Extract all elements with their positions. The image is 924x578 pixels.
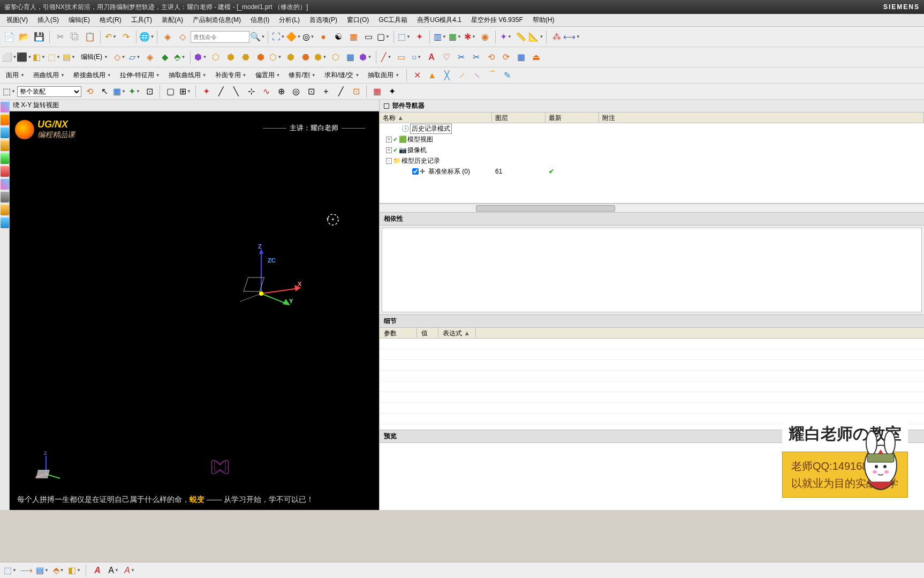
labeled-tool-4[interactable]: 抽取曲线用 ▼ <box>165 70 210 81</box>
curve-tool-2[interactable]: ╳ <box>440 69 454 82</box>
exit-button[interactable]: ⏏ <box>529 50 543 64</box>
tool-button[interactable]: ✂ <box>469 50 483 64</box>
redo-button[interactable]: ↷ <box>119 30 133 44</box>
tool-button[interactable]: ⊕ <box>274 85 288 99</box>
menu-3[interactable]: 格式(R) <box>95 14 126 26</box>
tool-button[interactable]: ▢ <box>163 85 177 99</box>
layer-button[interactable]: ▦ <box>346 30 360 44</box>
tool-button[interactable]: ▦▼ <box>112 85 126 99</box>
tool-button[interactable]: ↖ <box>97 85 111 99</box>
menu-5[interactable]: 装配(A) <box>157 14 187 26</box>
column-name[interactable]: 名称 ▲ <box>380 112 492 123</box>
revolve-button[interactable]: ◧▼ <box>32 50 46 64</box>
expander-icon[interactable]: - <box>386 158 392 164</box>
tool-button[interactable]: ✦ <box>385 85 399 99</box>
paste-button[interactable]: 📋 <box>83 30 97 44</box>
tool-button[interactable]: ╱ <box>334 85 348 99</box>
rect-button[interactable]: ▭ <box>395 50 408 64</box>
tool-button[interactable]: ◈ <box>161 30 175 44</box>
status-tool[interactable]: ▤▼ <box>35 564 49 577</box>
point-button[interactable]: ✦ <box>199 85 213 99</box>
command-search-input[interactable] <box>191 31 249 43</box>
curve-tool-1[interactable]: ▲ <box>425 69 439 82</box>
unite-button[interactable]: ⬢▼ <box>194 50 208 64</box>
menu-12[interactable]: 燕秀UG模具4.1 <box>413 14 466 26</box>
menu-1[interactable]: 插入(S) <box>33 14 63 26</box>
labeled-tool-0[interactable]: 面用 ▼ <box>2 70 28 81</box>
labeled-tool-7[interactable]: 修剪/割 ▼ <box>285 70 319 81</box>
tool-button[interactable]: ⊡ <box>349 85 363 99</box>
tool-button[interactable]: ⬢▼ <box>359 50 373 64</box>
curve-tool-0[interactable]: ✕ <box>410 69 424 82</box>
labeled-tool-2[interactable]: 桥接曲线用 ▼ <box>70 70 115 81</box>
curve-tool-5[interactable]: ⌒ <box>485 69 499 82</box>
tool-button[interactable]: + <box>319 85 333 99</box>
tool-button[interactable]: ✦▼ <box>499 30 513 44</box>
circle-button[interactable]: ○▼ <box>410 50 423 64</box>
intersect-button[interactable]: ⬢ <box>224 50 238 64</box>
col-expr[interactable]: 表达式 ▲ <box>438 328 476 338</box>
tool-button[interactable]: ▦▼ <box>448 30 462 44</box>
menu-10[interactable]: 窗口(O) <box>343 14 373 26</box>
menu-4[interactable]: 工具(T) <box>127 14 156 26</box>
subtract-button[interactable]: ⬡ <box>209 50 223 64</box>
measure-button[interactable]: 📏 <box>514 30 528 44</box>
menu-11[interactable]: GC工具箱 <box>374 14 412 26</box>
tool-button[interactable]: ◎ <box>289 85 303 99</box>
plane-button[interactable]: ▱▼ <box>128 50 142 64</box>
expander-icon[interactable]: + <box>386 137 392 142</box>
clip-button[interactable]: ▢▼ <box>376 30 390 44</box>
tool-button[interactable]: ✦▼ <box>127 85 141 99</box>
fit-view-button[interactable]: ⛶▼ <box>271 30 285 44</box>
curve-tool-3[interactable]: ⟋ <box>455 69 469 82</box>
tool-button[interactable]: ⊹ <box>244 85 258 99</box>
copy-button[interactable]: ⿻ <box>68 30 82 44</box>
labeled-tool-8[interactable]: 求和/缝/交 ▼ <box>321 70 363 81</box>
datum-button[interactable]: ◇▼ <box>113 50 127 64</box>
tool-button[interactable]: ⊡ <box>304 85 318 99</box>
edit-menu-button[interactable]: 编辑(E)▼ <box>77 50 112 64</box>
line-button[interactable]: ╱▼ <box>380 50 393 64</box>
menu-9[interactable]: 首选项(P) <box>305 14 342 26</box>
extrude-button[interactable]: ⬛▼ <box>17 50 31 64</box>
row-checkbox[interactable] <box>412 168 419 175</box>
tool-button[interactable]: ◆ <box>158 50 172 64</box>
undo-button[interactable]: ↶▼ <box>104 30 118 44</box>
save-button[interactable]: 💾 <box>32 30 46 44</box>
tool-button[interactable]: ◈ <box>143 50 157 64</box>
tool-button[interactable]: ⬘▼ <box>173 50 187 64</box>
tool-button[interactable]: ⬣ <box>299 50 313 64</box>
scissors-icon[interactable]: ✂ <box>455 50 468 64</box>
tool-button[interactable]: ▦ <box>344 50 358 64</box>
menu-7[interactable]: 信息(I) <box>246 14 274 26</box>
text-style-button[interactable]: A <box>90 564 104 577</box>
sweep-button[interactable]: ⬚▼ <box>47 50 61 64</box>
horizontal-scrollbar[interactable] <box>380 204 924 212</box>
strip-icon[interactable] <box>1 205 9 215</box>
expander-icon[interactable]: + <box>386 147 392 153</box>
tool-button[interactable]: ✱▼ <box>463 30 477 44</box>
labeled-tool-3[interactable]: 拉伸-特征用 ▼ <box>116 70 164 81</box>
tool-button[interactable]: ▦ <box>514 50 528 64</box>
menu-0[interactable]: 视图(V) <box>2 14 32 26</box>
box-button[interactable]: ⬜▼ <box>2 50 16 64</box>
column-latest[interactable]: 最新 <box>546 112 599 123</box>
scrollbar-thumb[interactable] <box>476 205 615 212</box>
strip-icon[interactable] <box>1 140 9 151</box>
tool-button[interactable]: ◉ <box>478 30 492 44</box>
tree-row-4[interactable]: ✛基准坐标系 (0)61✔ <box>380 166 924 177</box>
strip-icon[interactable] <box>1 102 9 112</box>
tool-button[interactable]: ╲ <box>229 85 243 99</box>
tool-button[interactable]: ⟲ <box>82 85 96 99</box>
tool-button[interactable]: ⬢▼ <box>314 50 328 64</box>
tool-button[interactable]: ✦ <box>412 30 426 44</box>
line-filter-button[interactable]: ╱ <box>214 85 228 99</box>
status-tool[interactable]: ⟶ <box>19 564 33 577</box>
tree-column-headers[interactable]: 名称 ▲ 图层 最新 附注 <box>380 112 924 123</box>
loft-button[interactable]: ▤▼ <box>62 50 76 64</box>
render-button[interactable]: ● <box>316 30 330 44</box>
curve-tool-4[interactable]: ⟍ <box>470 69 484 82</box>
tool-button[interactable]: ⬢ <box>284 50 298 64</box>
tool-button[interactable]: ⟳ <box>499 50 513 64</box>
text-button[interactable]: A <box>425 50 438 64</box>
